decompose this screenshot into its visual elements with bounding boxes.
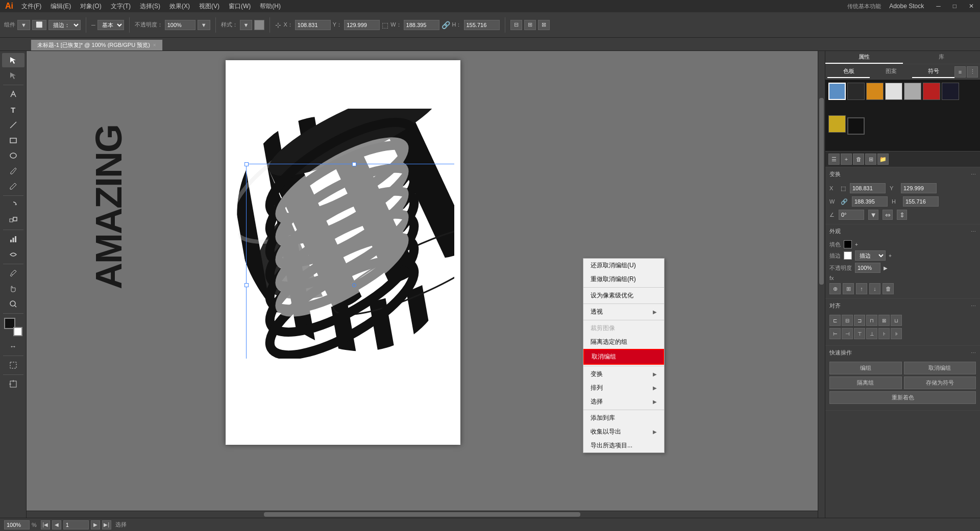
vertical-scrollbar[interactable] <box>818 51 825 518</box>
dist-right[interactable]: ⊤ <box>854 328 865 339</box>
fill-more-btn[interactable]: + <box>855 242 858 247</box>
page-prev-btn[interactable]: ◀ <box>52 520 61 529</box>
symbol-tab[interactable]: 符号 <box>912 65 954 78</box>
align-header[interactable]: 对齐 ⋯ <box>825 299 980 313</box>
move-down-art-btn[interactable]: ↓ <box>869 283 880 294</box>
new-art-btn[interactable]: ⊕ <box>829 283 841 294</box>
menu-help[interactable]: 帮助(H) <box>256 1 285 12</box>
swatch-gray[interactable] <box>904 83 921 100</box>
transform-angle-input[interactable] <box>839 210 864 220</box>
menu-view[interactable]: 视图(V) <box>195 1 224 12</box>
pencil-tool[interactable] <box>2 179 24 193</box>
ctx-collect-for-export[interactable]: 收集以导出 ▶ <box>583 425 664 439</box>
y-input[interactable] <box>344 20 380 30</box>
scale-tool[interactable] <box>2 213 24 227</box>
swatch-folder[interactable]: 📁 <box>877 154 889 165</box>
opacity-stepper[interactable]: ▼ <box>198 20 210 30</box>
paintbrush-tool[interactable] <box>2 164 24 178</box>
transform-x-input[interactable] <box>850 183 886 193</box>
align-top[interactable]: ⊓ <box>866 315 877 326</box>
swatch-light[interactable] <box>885 83 902 100</box>
draw-inside-btn[interactable] <box>2 358 24 372</box>
max-button[interactable]: □ <box>949 2 961 11</box>
align-center-v[interactable]: ⊠ <box>878 315 890 326</box>
ellipse-tool[interactable] <box>2 148 24 163</box>
dist-top[interactable]: ⊥ <box>866 328 877 339</box>
swap-colors-btn[interactable]: ↔ <box>2 339 24 353</box>
select-tool-btn[interactable]: ▼ <box>17 20 30 30</box>
panel-more-btn[interactable]: ⋮ <box>967 66 978 78</box>
swatch-new[interactable]: + <box>841 154 852 165</box>
ctx-select[interactable]: 选择 ▶ <box>583 395 664 409</box>
stroke-type-select[interactable]: 描边 <box>855 250 886 261</box>
page-input[interactable] <box>63 520 89 529</box>
stroke-color-preview[interactable] <box>844 251 852 260</box>
edit-btn[interactable]: 编组 <box>829 362 902 374</box>
constrain-proportions-icon[interactable]: 🔗 <box>442 21 450 29</box>
distribute-btn[interactable]: ⊠ <box>538 20 550 30</box>
stroke-style-select[interactable]: 描边： <box>48 20 81 30</box>
align-bottom[interactable]: ⊔ <box>891 315 902 326</box>
dist-bottom[interactable]: ⊧ <box>891 328 902 339</box>
line-tool[interactable] <box>2 118 24 132</box>
align-vert-btn[interactable]: ⊞ <box>524 20 536 30</box>
hand-tool[interactable] <box>2 282 24 296</box>
artboard-tool[interactable] <box>2 377 24 391</box>
zoom-input[interactable] <box>4 520 30 529</box>
x-input[interactable] <box>295 20 331 30</box>
swatch-darkblue[interactable] <box>942 83 959 100</box>
type-tool[interactable]: T <box>2 103 24 117</box>
eyedropper-tool[interactable] <box>2 266 24 281</box>
ctx-add-to-library[interactable]: 添加到库 <box>583 411 664 425</box>
w-input[interactable] <box>404 20 439 30</box>
swatch-blue[interactable] <box>828 83 846 100</box>
transform-header[interactable]: 变换 ⋯ <box>825 167 980 181</box>
swatch-red[interactable] <box>923 83 940 100</box>
panel-expand-btn[interactable]: ≡ <box>954 66 966 78</box>
isolate-btn[interactable]: 隔离组 <box>829 376 902 389</box>
horizontal-scrollbar-thumb[interactable] <box>264 512 580 517</box>
spiral-object[interactable] <box>235 109 454 359</box>
duplicate-art-btn[interactable]: ⊞ <box>843 283 854 294</box>
transform-more-btn[interactable]: ⋯ <box>971 171 976 177</box>
rect-tool[interactable] <box>2 133 24 147</box>
page-first-btn[interactable]: |◀ <box>41 520 50 529</box>
ctx-perspective[interactable]: 透视 ▶ <box>583 305 664 319</box>
save-symbol-btn[interactable]: 存储为符号 <box>904 376 976 389</box>
vertical-scrollbar-thumb[interactable] <box>819 98 824 285</box>
align-left[interactable]: ⊏ <box>829 315 841 326</box>
ctx-isolate-group[interactable]: 隔离选定的组 <box>583 335 664 349</box>
graph-tool[interactable] <box>2 232 24 246</box>
ctx-undo-ungroup[interactable]: 还原取消编组(U) <box>583 259 664 272</box>
recolor-btn[interactable]: 重新着色 <box>829 391 976 404</box>
transform-y-input[interactable] <box>901 183 937 193</box>
menu-object[interactable]: 对象(O) <box>76 1 105 12</box>
angle-stepper[interactable]: ▼ <box>868 210 878 220</box>
ctx-ungroup[interactable]: 取消编组 <box>583 349 664 365</box>
select-tool[interactable] <box>2 53 24 67</box>
menu-window[interactable]: 窗口(W) <box>225 1 255 12</box>
menu-file[interactable]: 文件(F) <box>17 1 45 12</box>
swatch-orange[interactable] <box>866 83 884 100</box>
style-selector[interactable]: ▼ <box>240 20 253 30</box>
fill-color-preview[interactable] <box>844 240 852 248</box>
swatch-gold[interactable] <box>828 115 846 133</box>
transform-h-input[interactable] <box>903 196 939 207</box>
ctx-redo-ungroup[interactable]: 重做取消编组(R) <box>583 272 664 286</box>
dist-left[interactable]: ⊢ <box>829 328 841 339</box>
search-adobe-stock[interactable]: Adobe Stock <box>885 2 928 11</box>
swatch-delete[interactable]: 🗑 <box>853 154 864 165</box>
tab-libraries[interactable]: 库 <box>903 51 981 64</box>
swatch-black[interactable] <box>847 117 865 135</box>
opacity-value-input[interactable] <box>855 263 880 273</box>
menu-type[interactable]: 文字(T) <box>107 1 135 12</box>
ctx-export-selection[interactable]: 导出所选项目... <box>583 439 664 452</box>
appearance-more-btn[interactable]: ⋯ <box>971 229 976 234</box>
page-next-btn[interactable]: ▶ <box>91 520 100 529</box>
appearance-header[interactable]: 外观 ⋯ <box>825 224 980 238</box>
menu-select[interactable]: 选择(S) <box>136 1 164 12</box>
pattern-tab[interactable]: 图案 <box>870 65 912 78</box>
zoom-tool[interactable] <box>2 297 24 311</box>
flip-h-btn[interactable]: ⇔ <box>883 210 893 220</box>
dist-center-h[interactable]: ⊣ <box>842 328 853 339</box>
